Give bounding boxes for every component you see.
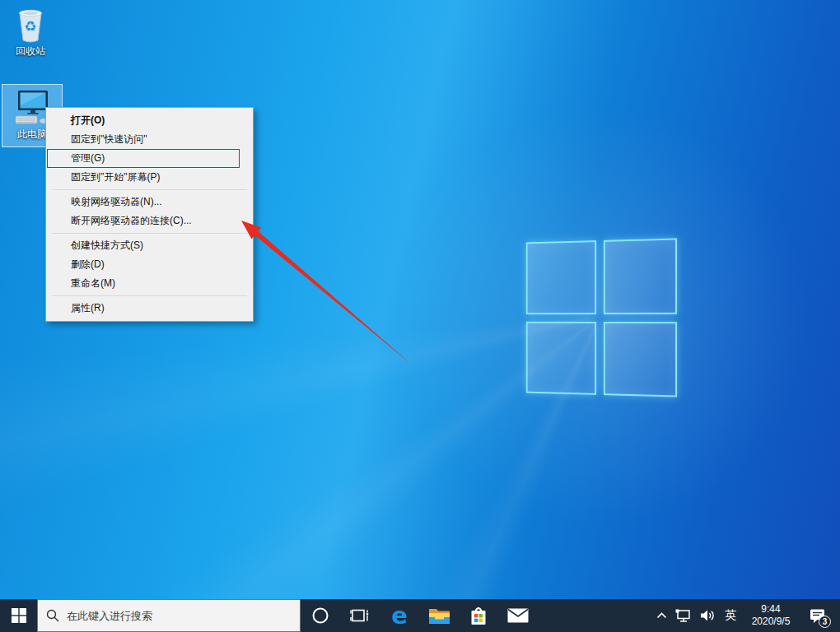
menu-item-properties[interactable]: 属性(R) <box>46 299 253 318</box>
menu-separator <box>52 189 247 190</box>
windows-logo-pane <box>526 321 596 394</box>
cortana-button[interactable] <box>301 599 340 632</box>
cortana-icon <box>311 606 329 625</box>
search-input[interactable] <box>67 610 292 622</box>
menu-item-pin-quick-access[interactable]: 固定到"快速访问" <box>46 130 253 149</box>
speaker-icon <box>700 609 716 622</box>
microsoft-store-icon <box>469 606 488 626</box>
notification-count-badge: 3 <box>819 616 831 628</box>
search-icon <box>46 609 59 622</box>
clock-time: 9:44 <box>761 603 780 616</box>
menu-item-pin-start[interactable]: 固定到"开始"屏幕(P) <box>46 168 253 187</box>
task-view-button[interactable] <box>340 599 380 632</box>
menu-item-create-shortcut[interactable]: 创建快捷方式(S) <box>46 236 253 255</box>
menu-item-disconnect-network-drive[interactable]: 断开网络驱动器的连接(C)... <box>46 211 253 230</box>
desktop-icon-label: 此电脑 <box>17 128 47 140</box>
clock-date: 2020/9/5 <box>752 616 791 628</box>
chevron-up-icon <box>656 611 667 620</box>
desktop-icon-label: 回收站 <box>16 45 45 57</box>
windows-logo-pane <box>603 238 677 314</box>
action-center-button[interactable]: 3 <box>800 599 835 632</box>
windows-logo-pane <box>603 322 677 397</box>
taskbar: e <box>0 599 840 632</box>
system-tray: 英 9:44 2020/9/5 3 <box>651 599 840 632</box>
windows-logo-wallpaper <box>526 238 677 397</box>
network-button[interactable] <box>672 599 695 632</box>
ime-indicator[interactable]: 英 <box>720 599 741 632</box>
volume-button[interactable] <box>695 599 720 632</box>
recycle-bin-icon: ♻ <box>13 7 48 43</box>
file-explorer-button[interactable] <box>419 599 459 632</box>
menu-separator <box>52 295 247 296</box>
mail-icon <box>507 608 529 623</box>
menu-item-open[interactable]: 打开(O) <box>46 111 253 130</box>
store-button[interactable] <box>459 599 498 632</box>
tray-expand-button[interactable] <box>651 599 672 632</box>
menu-separator <box>52 233 247 234</box>
menu-item-rename[interactable]: 重命名(M) <box>46 274 253 293</box>
menu-item-delete[interactable]: 删除(D) <box>46 255 253 274</box>
menu-item-manage[interactable]: 管理(G) <box>46 149 253 168</box>
mail-button[interactable] <box>498 599 538 632</box>
taskbar-empty-area <box>538 599 651 632</box>
windows-start-icon <box>12 608 26 623</box>
context-menu: 打开(O) 固定到"快速访问" 管理(G) 固定到"开始"屏幕(P) 映射网络驱… <box>45 107 254 322</box>
clock[interactable]: 9:44 2020/9/5 <box>741 599 800 632</box>
file-explorer-icon <box>428 606 450 625</box>
svg-text:♻: ♻ <box>24 18 36 35</box>
task-view-icon <box>350 606 370 625</box>
menu-item-map-network-drive[interactable]: 映射网络驱动器(N)... <box>46 193 253 211</box>
edge-icon: e <box>391 604 408 628</box>
desktop-screen: ♻ 回收站 此电脑 打开(O) 固定到"快速访问" 管理(G) 固定到"开始"屏… <box>0 0 840 632</box>
network-ethernet-icon <box>675 609 692 623</box>
edge-button[interactable]: e <box>380 599 419 632</box>
windows-logo-pane <box>526 240 596 314</box>
start-button[interactable] <box>0 599 37 632</box>
desktop-icon-recycle-bin[interactable]: ♻ 回收站 <box>5 7 56 57</box>
taskbar-search-box[interactable] <box>37 599 301 632</box>
